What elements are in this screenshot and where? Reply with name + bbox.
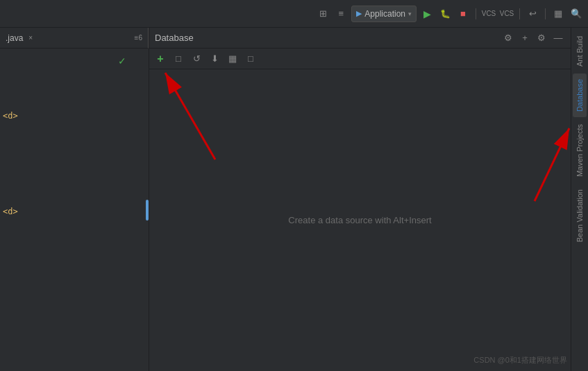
run-config-label: Application	[364, 9, 405, 19]
db-download-button[interactable]: ⬇	[206, 51, 223, 67]
database-title: Database	[155, 33, 194, 43]
db-add-icon[interactable]: +	[518, 31, 532, 45]
db-add-button[interactable]: +	[152, 51, 169, 67]
database-empty-content: Create a data source with Alt+Insert	[149, 69, 571, 371]
code-area: ✓ <d> <d>	[0, 49, 149, 371]
database-empty-message: Create a data source with Alt+Insert	[288, 215, 431, 225]
sidebar-tab-maven[interactable]: Maven Projects	[573, 119, 587, 182]
file-tab-name: .java	[6, 33, 23, 43]
run-config-icon: ▶	[356, 9, 362, 18]
right-sidebar: Ant Build Database Maven Projects Bean V…	[571, 28, 588, 371]
separator-1	[476, 8, 476, 19]
db-extra-button[interactable]: □	[242, 51, 259, 67]
stop-icon: ■	[460, 8, 466, 19]
debug-icon: 🐛	[440, 9, 451, 19]
db-minimize-icon[interactable]: —	[551, 31, 565, 45]
menu-icon[interactable]: ≡	[333, 6, 348, 21]
tab-icon: ≡6	[135, 34, 142, 42]
run-config-dropdown-icon: ▾	[408, 10, 412, 17]
separator-2	[519, 8, 520, 19]
sidebar-tab-bean-validation[interactable]: Bean Validation	[573, 184, 587, 248]
run-config-selector[interactable]: ▶ Application ▾	[351, 6, 417, 22]
database-panel: Database ⚙ + ⚙ — + □ ↺ ⬇ ▦ □ Create a da…	[149, 28, 571, 371]
code-block-2: <d>	[3, 205, 146, 218]
main-area: .java × ≡6 ✓ <d> <d> Database ⚙	[0, 28, 588, 371]
db-refresh-button[interactable]: ↺	[188, 51, 205, 67]
db-layout-button[interactable]: ▦	[224, 51, 241, 67]
watermark: CSDN @0和1搭建网络世界	[473, 355, 567, 365]
search-icon[interactable]: 🔍	[569, 6, 584, 21]
database-header: Database ⚙ + ⚙ —	[149, 28, 571, 49]
separator-3	[545, 8, 546, 19]
code-line: <d>	[3, 205, 146, 218]
db-settings-icon[interactable]: ⚙	[501, 31, 515, 45]
file-tab-close[interactable]: ×	[28, 34, 33, 42]
code-tag-2: <d>	[3, 207, 18, 216]
play-icon: ▶	[423, 8, 431, 19]
file-tab[interactable]: .java × ≡6	[0, 28, 149, 49]
vcs2-icon[interactable]: VCS	[499, 6, 514, 21]
sidebar-tab-database[interactable]: Database	[573, 74, 587, 117]
code-line: <d>	[3, 110, 146, 122]
stop-button[interactable]: ■	[455, 6, 471, 21]
grid-icon[interactable]: ⊞	[315, 6, 330, 21]
scroll-indicator	[146, 200, 149, 221]
checkmark-icon: ✓	[118, 55, 126, 67]
database-toolbar: + □ ↺ ⬇ ▦ □	[149, 49, 571, 69]
vcs1-icon[interactable]: VCS	[481, 6, 496, 21]
run-button[interactable]: ▶	[419, 6, 435, 21]
left-panel: .java × ≡6 ✓ <d> <d>	[0, 28, 149, 371]
db-config-icon[interactable]: ⚙	[535, 31, 548, 45]
layout-icon[interactable]: ▦	[551, 6, 566, 21]
top-toolbar: ⊞ ≡ ▶ Application ▾ ▶ 🐛 ■ VCS VCS ↩ ▦ 🔍	[0, 0, 588, 28]
code-block-1: <d>	[3, 110, 146, 122]
db-header-icons: ⚙ + ⚙ —	[501, 31, 565, 45]
code-tag: <d>	[3, 111, 18, 121]
debug-button[interactable]: 🐛	[437, 6, 453, 21]
toolbar-right: ⊞ ≡ ▶ Application ▾ ▶ 🐛 ■ VCS VCS ↩ ▦ 🔍	[315, 6, 584, 22]
undo-icon[interactable]: ↩	[525, 6, 540, 21]
db-copy-button[interactable]: □	[170, 51, 187, 67]
sidebar-tab-ant-build[interactable]: Ant Build	[573, 31, 587, 72]
